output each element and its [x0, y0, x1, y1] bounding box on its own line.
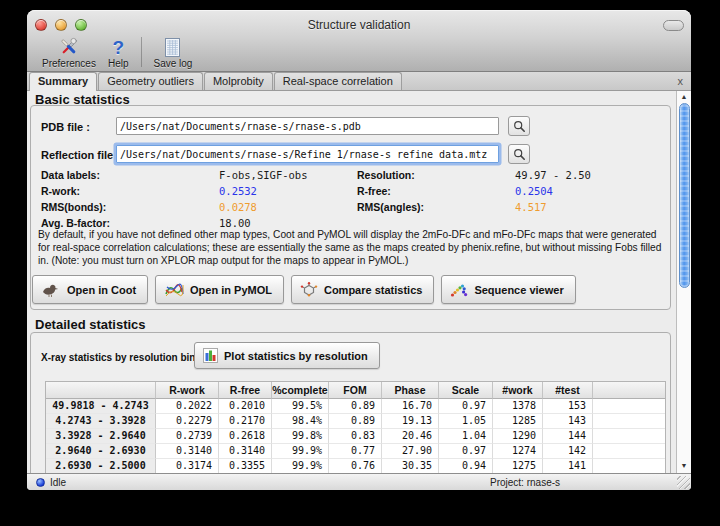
- stat-value-cell[interactable]: 144: [543, 429, 593, 444]
- stat-label: R-free:: [357, 185, 391, 197]
- stat-value-cell[interactable]: 0.97: [439, 444, 493, 459]
- stat-value: 0.2504: [515, 185, 553, 197]
- stat-value-cell[interactable]: 1.05: [439, 414, 493, 429]
- bar-chart-icon: [203, 348, 218, 363]
- bin-range-cell[interactable]: 2.9640 - 2.6930: [46, 444, 156, 459]
- save-log-button[interactable]: Save log: [148, 36, 199, 72]
- stat-value-cell[interactable]: 0.2279: [156, 414, 219, 429]
- stat-label: RMS(bonds):: [41, 201, 106, 213]
- button-label: Sequence viewer: [474, 284, 563, 296]
- filler-cell: [593, 444, 665, 459]
- tab-geometry-outliers[interactable]: Geometry outliers: [98, 72, 203, 90]
- scroll-up-icon[interactable]: ▲: [677, 92, 691, 102]
- stat-value-cell[interactable]: 0.97: [439, 399, 493, 414]
- table-column-header[interactable]: R-work: [156, 382, 219, 399]
- stat-value-cell[interactable]: 0.76: [329, 459, 382, 473]
- pdb-file-input[interactable]: [116, 117, 499, 135]
- tab-molprobity[interactable]: Molprobity: [204, 72, 273, 90]
- stat-value-cell[interactable]: 0.3140: [219, 444, 272, 459]
- stat-label: Data labels:: [41, 169, 100, 181]
- stat-value-cell[interactable]: 143: [543, 414, 593, 429]
- save-log-document-icon: [164, 36, 181, 59]
- stat-value-cell[interactable]: 0.2739: [156, 429, 219, 444]
- help-question-icon: ?: [112, 36, 124, 59]
- stat-value-cell[interactable]: 99.5%: [272, 399, 329, 414]
- preferences-button[interactable]: Preferences: [36, 36, 102, 72]
- stat-value-cell[interactable]: 0.89: [329, 399, 382, 414]
- browse-reflection-button[interactable]: [508, 144, 530, 164]
- stat-value-cell[interactable]: 1275: [493, 459, 543, 473]
- bin-range-cell[interactable]: 3.3928 - 2.9640: [46, 429, 156, 444]
- filler-cell: [593, 459, 665, 473]
- button-label: Plot statistics by resolution: [224, 350, 368, 362]
- tab-real-space-correlation[interactable]: Real-space correlation: [274, 72, 402, 90]
- scroll-down-icon[interactable]: ▼: [677, 461, 691, 471]
- resolution-bin-label: X-ray statistics by resolution bin:: [41, 352, 199, 363]
- detailed-statistics-groupbox: X-ray statistics by resolution bin: Plot…: [30, 332, 671, 473]
- table-column-header[interactable]: Phase error: [382, 382, 439, 399]
- resize-grip[interactable]: [677, 476, 690, 489]
- stat-value-cell[interactable]: 141: [543, 459, 593, 473]
- scrollbar-thumb[interactable]: [679, 103, 690, 288]
- table-column-header[interactable]: #work: [493, 382, 543, 399]
- stat-value-cell[interactable]: 99.8%: [272, 429, 329, 444]
- table-column-header[interactable]: %complete: [272, 382, 329, 399]
- compare-statistics-button[interactable]: Compare statistics: [291, 275, 434, 304]
- stat-value-cell[interactable]: 99.9%: [272, 444, 329, 459]
- tab-summary[interactable]: Summary: [29, 72, 97, 91]
- stat-value-cell[interactable]: 98.4%: [272, 414, 329, 429]
- table-column-header[interactable]: R-free: [219, 382, 272, 399]
- filler-cell: [593, 429, 665, 444]
- stat-value-cell[interactable]: 0.94: [439, 459, 493, 473]
- stat-value-cell[interactable]: 0.77: [329, 444, 382, 459]
- stat-value-cell[interactable]: 0.83: [329, 429, 382, 444]
- stat-value-cell[interactable]: 1285: [493, 414, 543, 429]
- stat-value-cell[interactable]: 30.35: [382, 459, 439, 473]
- stat-value-cell[interactable]: 0.89: [329, 414, 382, 429]
- sequence-viewer-button[interactable]: Sequence viewer: [441, 275, 575, 304]
- stat-value-cell[interactable]: 99.9%: [272, 459, 329, 473]
- stat-value-cell[interactable]: 1.04: [439, 429, 493, 444]
- stat-value-cell[interactable]: 1378: [493, 399, 543, 414]
- open-in-pymol-button[interactable]: Open in PyMOL: [155, 275, 284, 304]
- stat-value-cell[interactable]: 20.46: [382, 429, 439, 444]
- vertical-scrollbar[interactable]: ▲ ▼: [676, 91, 691, 473]
- bin-range-cell[interactable]: 4.2743 - 3.3928: [46, 414, 156, 429]
- button-label: Open in PyMOL: [190, 284, 272, 296]
- table-column-header[interactable]: [46, 382, 156, 399]
- help-button[interactable]: ? Help: [102, 36, 135, 72]
- table-column-header[interactable]: #test: [543, 382, 593, 399]
- toolbar-toggle-pill-button[interactable]: [663, 20, 684, 31]
- stat-value-cell[interactable]: 142: [543, 444, 593, 459]
- browse-pdb-button[interactable]: [508, 116, 530, 136]
- table-column-header[interactable]: Scale factor: [439, 382, 493, 399]
- stat-value: 0.0278: [219, 201, 257, 213]
- stat-value-cell[interactable]: 16.70: [382, 399, 439, 414]
- table-column-header[interactable]: FOM: [329, 382, 382, 399]
- stat-value-cell[interactable]: 27.90: [382, 444, 439, 459]
- reflection-file-input[interactable]: [116, 145, 499, 163]
- stat-value-cell[interactable]: 1290: [493, 429, 543, 444]
- stat-value-cell[interactable]: 0.3140: [156, 444, 219, 459]
- toolbar: Preferences ? Help: [27, 36, 691, 72]
- titlebar[interactable]: Structure validation: [27, 10, 691, 38]
- stat-value-cell[interactable]: 0.3174: [156, 459, 219, 473]
- sequence-squiggle-icon: [450, 282, 468, 298]
- stats-row: Data labels: F-obs,SIGF-obs Resolution: …: [31, 169, 670, 184]
- stat-value-cell[interactable]: 0.2022: [156, 399, 219, 414]
- stat-value-cell[interactable]: 0.2170: [219, 414, 272, 429]
- plot-statistics-button[interactable]: Plot statistics by resolution: [194, 342, 380, 369]
- bin-range-cell[interactable]: 49.9818 - 4.2743: [46, 399, 156, 414]
- stat-value-cell[interactable]: 153: [543, 399, 593, 414]
- close-tab-icon[interactable]: x: [675, 74, 687, 88]
- stat-value-cell[interactable]: 0.3355: [219, 459, 272, 473]
- toolbar-item-label: Preferences: [42, 58, 96, 69]
- stat-value-cell[interactable]: 0.2618: [219, 429, 272, 444]
- open-in-coot-button[interactable]: Open in Coot: [32, 275, 148, 304]
- stat-value: 4.517: [515, 201, 547, 213]
- stat-value-cell[interactable]: 1274: [493, 444, 543, 459]
- stat-value-cell[interactable]: 0.2010: [219, 399, 272, 414]
- bin-range-cell[interactable]: 2.6930 - 2.5000: [46, 459, 156, 473]
- window-title: Structure validation: [27, 18, 691, 32]
- stat-value-cell[interactable]: 19.13: [382, 414, 439, 429]
